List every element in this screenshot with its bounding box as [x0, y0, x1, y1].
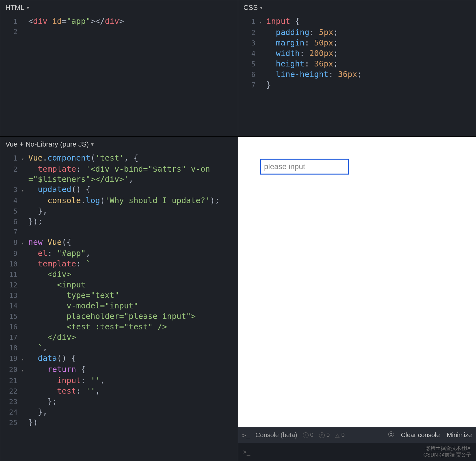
code-text[interactable]: type="text"	[28, 290, 235, 300]
code-line[interactable]: 23 };	[3, 396, 235, 407]
html-panel-header[interactable]: HTML ▼	[0, 0, 238, 15]
line-number: 3	[3, 185, 21, 195]
code-text[interactable]: el: "#app",	[28, 248, 235, 258]
code-line[interactable]: 21 input: '',	[3, 375, 235, 386]
info-badge[interactable]: i 0	[303, 432, 313, 438]
code-line[interactable]: 2 template: '<div v-bind="$attrs" v-on =…	[3, 164, 235, 184]
html-code-editor[interactable]: 1<div id="app"></div>2	[0, 15, 238, 40]
code-text[interactable]: new Vue({	[28, 237, 235, 247]
code-line[interactable]: 12 <input	[3, 280, 235, 290]
code-text[interactable]: })	[28, 417, 235, 428]
code-text[interactable]: placeholder="please input">	[28, 311, 235, 321]
code-line[interactable]: 25})	[3, 417, 235, 428]
preview-text-input[interactable]	[260, 159, 349, 175]
code-text[interactable]: <test :test="test" />	[28, 322, 235, 332]
code-line[interactable]: 10 template: `	[3, 259, 235, 269]
code-line[interactable]: 3▾ updated() {	[3, 184, 235, 196]
code-text[interactable]: line-height: 36px;	[266, 69, 473, 79]
code-line[interactable]: 16 <test :test="test" />	[3, 322, 235, 332]
fold-toggle-icon[interactable]: ▾	[21, 154, 28, 164]
code-text[interactable]: },	[28, 206, 235, 216]
js-panel-header[interactable]: Vue + No-Library (pure JS) ▼	[0, 137, 238, 152]
code-line[interactable]: 9 el: "#app",	[3, 248, 235, 259]
code-line[interactable]: 19▾ data() {	[3, 353, 235, 364]
code-line[interactable]: 3 margin: 50px;	[241, 38, 473, 48]
fold-toggle-icon[interactable]: ▾	[21, 354, 28, 364]
code-line[interactable]: 1▾input {	[241, 16, 473, 27]
code-line[interactable]: 5 height: 36px;	[241, 59, 473, 69]
code-text[interactable]: padding: 5px;	[266, 27, 473, 38]
code-line[interactable]: 1▾Vue.component('test', {	[3, 153, 235, 164]
code-text[interactable]: width: 200px;	[266, 48, 473, 58]
line-number: 24	[3, 407, 21, 417]
line-number: 18	[3, 343, 21, 353]
code-line[interactable]: 13 type="text"	[3, 290, 235, 301]
css-panel-header[interactable]: CSS ▼	[238, 0, 476, 15]
code-line[interactable]: 6});	[3, 217, 235, 227]
line-number: 17	[3, 333, 21, 343]
code-line[interactable]: 5 },	[3, 206, 235, 217]
code-text[interactable]: height: 36px;	[266, 59, 473, 69]
code-line[interactable]: 14 v-model="input"	[3, 301, 235, 311]
clear-console-button[interactable]: Clear console	[401, 431, 440, 439]
chevron-down-icon[interactable]: ▼	[90, 142, 95, 147]
code-line[interactable]: 24 },	[3, 407, 235, 417]
code-text[interactable]: template: '<div v-bind="$attrs" v-on ="$…	[28, 164, 235, 184]
code-line[interactable]: 8▾new Vue({	[3, 237, 235, 248]
code-text[interactable]: input {	[266, 16, 473, 26]
code-text[interactable]: `,	[28, 343, 235, 353]
warn-badge[interactable]: △ 0	[335, 432, 344, 439]
code-line[interactable]: 2 padding: 5px;	[241, 27, 473, 38]
info-icon: i	[303, 432, 309, 438]
code-line[interactable]: 11 <div>	[3, 269, 235, 280]
chevron-down-icon[interactable]: ▼	[259, 5, 263, 10]
fold-toggle-icon[interactable]: ▾	[21, 185, 28, 196]
minimize-button[interactable]: Minimize	[447, 431, 472, 439]
code-line[interactable]: 18 `,	[3, 343, 235, 353]
code-line[interactable]: 15 placeholder="please input">	[3, 311, 235, 322]
watermark-credits: @稀土掘金技术社区 CSDN @前端 贾公子	[424, 445, 471, 458]
code-line[interactable]: 2	[3, 27, 235, 37]
code-text[interactable]: margin: 50px;	[266, 38, 473, 48]
css-code-editor[interactable]: 1▾input {2 padding: 5px;3 margin: 50px;4…	[238, 15, 476, 93]
line-number: 22	[3, 386, 21, 396]
chevron-down-icon[interactable]: ▼	[26, 5, 30, 10]
code-line[interactable]: 4 width: 200px;	[241, 48, 473, 59]
code-text[interactable]: updated() {	[28, 184, 235, 195]
code-text[interactable]: <div>	[28, 269, 235, 279]
code-line[interactable]: 7	[3, 227, 235, 237]
code-text[interactable]: data() {	[28, 353, 235, 363]
code-line[interactable]: 7}	[241, 80, 473, 90]
console-label[interactable]: Console (beta)	[255, 431, 297, 439]
code-text[interactable]: test: '',	[28, 386, 235, 396]
code-text[interactable]: input: '',	[28, 375, 235, 386]
code-text[interactable]: }	[266, 80, 473, 90]
code-text[interactable]: };	[28, 396, 235, 407]
console-input-row[interactable]: >_ @稀土掘金技术社区 CSDN @前端 贾公子	[238, 443, 476, 461]
code-text[interactable]: <input	[28, 280, 235, 290]
fold-toggle-icon[interactable]: ▾	[21, 238, 28, 248]
fold-toggle-icon[interactable]: ▾	[21, 365, 28, 375]
fold-toggle-icon[interactable]: ▾	[259, 17, 266, 27]
js-code-editor[interactable]: 1▾Vue.component('test', {2 template: '<d…	[0, 152, 238, 431]
code-text[interactable]: },	[28, 407, 235, 417]
code-line[interactable]: 1<div id="app"></div>	[3, 16, 235, 27]
code-text[interactable]: });	[28, 217, 235, 227]
line-number: 7	[3, 227, 21, 237]
code-line[interactable]: 6 line-height: 36px;	[241, 69, 473, 80]
line-number: 4	[3, 196, 21, 206]
code-line[interactable]: 20▾ return {	[3, 364, 235, 375]
code-text[interactable]: console.log('Why should I update?');	[28, 196, 235, 206]
css-panel-title: CSS	[243, 3, 258, 12]
line-number: 13	[3, 291, 21, 301]
code-line[interactable]: 4 console.log('Why should I update?');	[3, 196, 235, 206]
error-badge[interactable]: ⊘ 0	[319, 432, 330, 438]
code-line[interactable]: 17 </div>	[3, 332, 235, 343]
code-text[interactable]: </div>	[28, 332, 235, 342]
code-text[interactable]: <div id="app"></div>	[28, 16, 235, 26]
code-text[interactable]: return {	[28, 364, 235, 375]
code-line[interactable]: 22 test: '',	[3, 386, 235, 396]
code-text[interactable]: Vue.component('test', {	[28, 153, 235, 163]
code-text[interactable]: template: `	[28, 259, 235, 269]
code-text[interactable]: v-model="input"	[28, 301, 235, 311]
